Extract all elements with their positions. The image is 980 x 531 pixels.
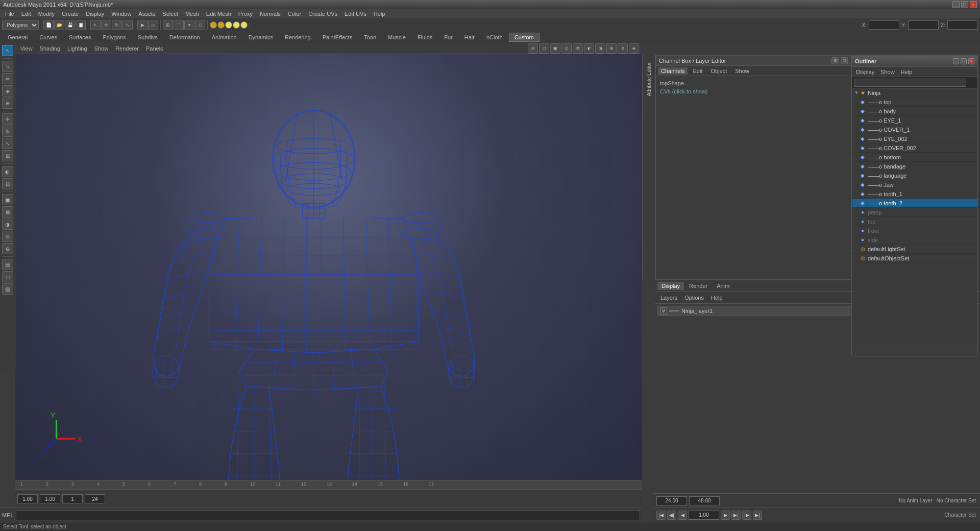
le-help-btn[interactable]: Help — [708, 294, 726, 301]
cloth-btn[interactable]: ⊕ — [2, 98, 13, 109]
snap-point-btn[interactable]: ✦ — [184, 20, 194, 30]
tree-item-top[interactable]: ◆ ——o top — [852, 98, 977, 107]
vp-icon-2[interactable]: ◻ — [539, 43, 549, 54]
tree-item-language[interactable]: ◆ ——o language — [852, 171, 977, 180]
tree-item-eye1[interactable]: ◆ ——o EYE_1 — [852, 116, 977, 125]
tree-item-cover1[interactable]: ◆ ——o COVER_1 — [852, 125, 977, 134]
paint-tool-btn[interactable]: ✏ — [2, 73, 13, 84]
tab-surfaces[interactable]: Surfaces — [63, 33, 96, 42]
display-neutral-btn[interactable] — [233, 21, 240, 29]
menu-edit[interactable]: Edit — [18, 10, 34, 17]
close-button[interactable]: × — [970, 1, 977, 8]
go-start-btn[interactable]: |◀ — [656, 511, 666, 520]
tree-item-tooth1[interactable]: ◆ ——o tooth_1 — [852, 189, 977, 199]
tab-rendering[interactable]: Rendering — [279, 33, 316, 42]
tree-item-default-object-set[interactable]: ◎ defaultObjectSet — [852, 254, 977, 263]
move-tool-btn[interactable]: ✛ — [101, 20, 111, 30]
hud-btn[interactable]: ▧ — [2, 283, 13, 295]
tab-dynamics[interactable]: Dynamics — [243, 33, 279, 42]
rotate-tool-btn[interactable]: ↻ — [112, 20, 122, 30]
prev-frame-btn[interactable]: ◀ — [678, 511, 687, 520]
menu-create[interactable]: Create — [59, 10, 82, 17]
tex-btn[interactable]: ⊙ — [2, 231, 13, 242]
menu-edit-mesh[interactable]: Edit Mesh — [203, 10, 234, 17]
tree-item-bandage[interactable]: ◆ ——o bandage — [852, 162, 977, 171]
display-warm-btn[interactable] — [225, 21, 232, 29]
menu-window[interactable]: Window — [108, 10, 134, 17]
vp-lighting-menu[interactable]: Lighting — [65, 45, 89, 52]
menu-assets[interactable]: Assets — [135, 10, 158, 17]
timeline-fps-input[interactable]: 1.00 — [17, 494, 38, 503]
le-tab-display[interactable]: Display — [657, 282, 684, 290]
outliner-maximize[interactable]: □ — [961, 58, 967, 64]
vp-renderer-menu[interactable]: Renderer — [113, 45, 141, 52]
display-color-btn[interactable] — [210, 21, 217, 29]
vp-icon-7[interactable]: ◑ — [595, 43, 605, 54]
menu-edit-uvs[interactable]: Edit UVs — [341, 10, 370, 17]
tab-deformation[interactable]: Deformation — [164, 33, 206, 42]
tree-item-body[interactable]: ◆ ——o body — [852, 107, 977, 116]
menu-modify[interactable]: Modify — [35, 10, 58, 17]
save-btn[interactable]: 💾 — [65, 20, 75, 30]
soft-select-btn[interactable]: ◐ — [2, 166, 13, 177]
outliner-close[interactable]: × — [968, 58, 974, 64]
select-mode-btn[interactable]: ↖ — [2, 45, 13, 56]
cb-cvs-label[interactable]: CVs (click to show) — [660, 88, 847, 94]
scale-pivot-btn[interactable]: ⤡ — [2, 138, 13, 149]
vp-shading-menu[interactable]: Shading — [38, 45, 62, 52]
tree-item-cover002[interactable]: ◆ ——o COVER_002 — [852, 143, 977, 153]
layer-visibility-toggle[interactable]: V — [660, 307, 667, 315]
sculpt-btn[interactable]: ◈ — [2, 85, 13, 96]
tree-item-front-cam[interactable]: ● front — [852, 226, 977, 235]
play-fwd-btn[interactable]: ▶ — [721, 511, 730, 520]
le-layers-btn[interactable]: Layers — [657, 294, 680, 301]
cb-tab-object[interactable]: Object — [707, 67, 730, 75]
outliner-search-input[interactable] — [854, 79, 966, 87]
vp-icon-1[interactable]: ⊞ — [528, 43, 538, 54]
range-end-input[interactable] — [689, 496, 720, 505]
maximize-button[interactable]: □ — [961, 1, 968, 8]
tab-toon[interactable]: Toon — [358, 33, 382, 42]
tab-subdivs[interactable]: Subdivs — [132, 33, 163, 42]
y-input[interactable] — [908, 20, 939, 30]
outliner-menu-display[interactable]: Display — [854, 68, 876, 76]
x-input[interactable] — [869, 20, 899, 30]
le-options-btn[interactable]: Options — [681, 294, 707, 301]
z-input[interactable] — [947, 20, 978, 30]
main-viewport[interactable]: X Y Z — [15, 54, 642, 480]
current-time-input[interactable] — [689, 511, 719, 520]
cb-tab-edit[interactable]: Edit — [690, 67, 705, 75]
render-btn[interactable]: ▶ — [137, 20, 148, 30]
prev-key-btn[interactable]: ◀| — [667, 511, 676, 520]
outliner-tree[interactable]: ▼ ★ Ninja ◆ ——o top ◆ ——o body ◆ ——o EYE… — [852, 88, 977, 344]
tab-custom[interactable]: Custom — [509, 33, 540, 42]
vp-icon-3[interactable]: ▣ — [550, 43, 560, 54]
menu-proxy[interactable]: Proxy — [235, 10, 256, 17]
menu-select[interactable]: Select — [159, 10, 181, 17]
scale-tool-btn[interactable]: ⤡ — [122, 20, 133, 30]
new-scene-btn[interactable]: 📄 — [43, 20, 54, 30]
le-tab-render[interactable]: Render — [685, 282, 712, 290]
tab-painteffects[interactable]: PaintEffects — [317, 33, 358, 42]
menu-normals[interactable]: Normals — [257, 10, 284, 17]
menu-color[interactable]: Color — [285, 10, 304, 17]
display-light-btn[interactable] — [217, 21, 225, 29]
tree-item-ninja[interactable]: ▼ ★ Ninja — [852, 88, 977, 98]
tree-item-tooth2[interactable]: ◆ ——o tooth_2 — [852, 199, 977, 208]
snap-view-btn[interactable]: ◻ — [195, 20, 205, 30]
menu-display[interactable]: Display — [83, 10, 107, 17]
next-frame-btn[interactable]: ▶| — [731, 511, 741, 520]
next-key-btn[interactable]: |▶ — [742, 511, 751, 520]
cb-tab-channels[interactable]: Channels — [658, 67, 688, 75]
le-tab-anim[interactable]: Anim — [713, 282, 733, 290]
vp-icon-6[interactable]: ◐ — [584, 43, 594, 54]
vp-icon-10[interactable]: ◈ — [629, 43, 639, 54]
vp-icon-9[interactable]: ⊗ — [618, 43, 628, 54]
cb-icon-2[interactable]: ◻ — [841, 57, 848, 64]
outliner-menu-help[interactable]: Help — [899, 68, 915, 76]
outliner-minimize[interactable]: _ — [953, 58, 959, 64]
tab-polygons[interactable]: Polygons — [97, 33, 131, 42]
tree-item-top-cam[interactable]: ● top — [852, 217, 977, 226]
vp-icon-8[interactable]: ⊕ — [606, 43, 617, 54]
timeline-end-input[interactable]: 24 — [85, 494, 105, 503]
